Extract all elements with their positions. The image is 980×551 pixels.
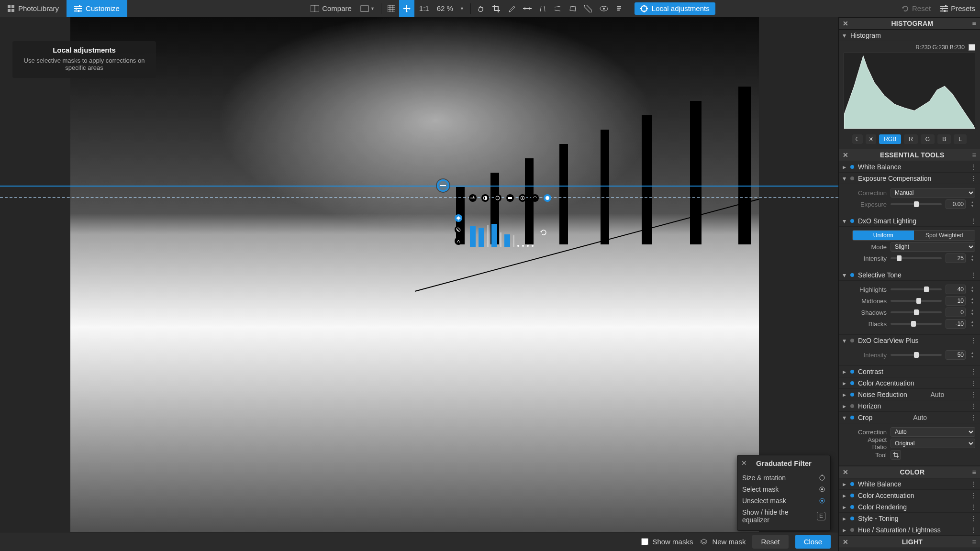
aspect-select[interactable]: Original [891,439,975,448]
close-icon[interactable]: ✕ [843,468,848,476]
menu-icon[interactable]: ≡ [972,538,976,546]
svg-rect-4 [76,8,77,10]
cv-intensity-slider[interactable] [891,354,942,356]
equalizer-bars[interactable] [470,218,548,247]
sub-crop[interactable]: ▾CropAuto⋮ [839,412,980,423]
blacks-value[interactable] [946,319,966,329]
sub-style-toning[interactable]: ▸Style - Toning⋮ [839,513,980,524]
equalizer-category-strip[interactable] [469,194,551,202]
panel-header-light: ✕ LIGHT ≡ [839,536,980,548]
mode-select[interactable]: Slight [891,242,975,252]
svg-rect-31 [945,5,947,7]
popup-row: Unselect mask [742,495,825,507]
perspective-horiz[interactable] [550,0,565,17]
eq-reset-icon[interactable] [539,228,548,237]
blacks-slider[interactable] [891,323,942,325]
highlight-clip-icon[interactable]: ☀ [866,134,876,144]
close-icon[interactable]: ✕ [843,151,848,159]
perspective-vert[interactable] [535,0,550,17]
channel-rgb[interactable]: RGB [879,134,901,144]
compare-button[interactable]: Compare [306,0,356,17]
equalizer-side-strip[interactable] [455,214,462,245]
info-toggle[interactable] [612,0,626,17]
menu-icon[interactable]: ≡ [972,151,976,159]
sub-light-exp[interactable]: ▾Exposure Compensation⋮ [839,548,980,551]
sub-color-render[interactable]: ▸Color Rendering⋮ [839,501,980,513]
midtones-slider[interactable] [891,300,942,302]
shadows-value[interactable] [946,308,966,317]
sub-color-wb[interactable]: ▸White Balance⋮ [839,478,980,490]
smartlighting-mode-seg[interactable]: UniformSpot Weighted [852,230,975,241]
eq-color-icon[interactable] [455,226,462,233]
close-icon[interactable]: ✕ [843,20,848,27]
cv-intensity-value[interactable] [946,350,966,360]
gradfilter-handle[interactable] [437,179,449,192]
midtones-value[interactable] [946,296,966,306]
menu-icon[interactable]: ≡ [972,20,976,27]
repair-tool[interactable] [580,0,596,17]
new-mask-button[interactable]: New mask [700,538,746,546]
svg-point-51 [821,488,823,490]
sub-horizon[interactable]: ▸Horizon⋮ [839,400,980,412]
exposure-value[interactable] [946,199,966,209]
preview-toggle[interactable] [596,0,612,17]
image-canvas[interactable] [70,17,759,534]
perspective-rect[interactable] [565,0,580,17]
highlights-slider[interactable] [891,288,942,290]
reset-top-button[interactable]: Reset [897,0,935,17]
channel-r[interactable]: R [904,134,918,144]
gradfilter-line-top[interactable] [0,186,838,187]
persp-rect-icon [569,5,577,12]
sub-noise[interactable]: ▸Noise ReductionAuto⋮ [839,389,980,400]
sub-selective-tone[interactable]: ▾Selective Tone⋮ [839,269,980,281]
exposure-slider[interactable] [891,203,942,205]
sub-contrast[interactable]: ▸Contrast⋮ [839,366,980,377]
sub-histogram[interactable]: ▾ Histogram [839,30,980,41]
svg-point-39 [546,196,549,200]
horizon-tool[interactable] [519,0,535,17]
shadow-clip-icon[interactable]: ☾ [852,134,863,144]
correction-select[interactable]: Manual [891,188,975,198]
popup-close[interactable]: ✕ [741,459,747,467]
sub-color-accent[interactable]: ▸Color Accentuation⋮ [839,377,980,389]
crop-correction-select[interactable]: Auto [891,427,975,437]
popup-title: Graduated Filter [742,459,825,467]
eq-light-icon[interactable] [455,214,462,222]
viewmode-dropdown[interactable]: ▼ [356,0,379,17]
tab-photolibrary[interactable]: PhotoLibrary [0,0,67,17]
local-adjustments-button[interactable]: Local adjustments [635,2,715,15]
intensity-slider[interactable] [891,257,942,259]
grid-toggle[interactable] [384,0,399,17]
hand-tool[interactable] [473,0,489,17]
intensity-value[interactable] [946,253,966,263]
move-tool[interactable] [399,0,414,17]
channel-l[interactable]: L [954,134,967,144]
svg-rect-29 [940,8,948,9]
sub-clearview[interactable]: ▾DxO ClearView Plus⋮ [839,335,980,346]
crop-tool-button[interactable] [891,450,901,460]
close-button[interactable]: Close [795,535,831,549]
crop-tool[interactable] [489,0,504,17]
sub-exposure-comp[interactable]: ▾Exposure Compensation⋮ [839,173,980,184]
wb-picker-tool[interactable] [504,0,519,17]
menu-icon[interactable]: ≡ [972,468,976,476]
channel-g[interactable]: G [921,134,935,144]
reset-button[interactable]: Reset [752,535,788,549]
rgb-readout: R:230 G:230 B:230 [915,44,965,51]
highlights-value[interactable] [946,285,966,294]
sub-smart-lighting[interactable]: ▾DxO Smart Lighting⋮ [839,215,980,227]
gradfilter-line-bottom[interactable] [0,197,838,198]
sub-hsl[interactable]: ▸Hue / Saturation / Lightness⋮ [839,524,980,536]
tab-customize[interactable]: Customize [67,0,127,17]
close-icon[interactable]: ✕ [843,538,848,546]
channel-b[interactable]: B [937,134,951,144]
shadows-slider[interactable] [891,311,942,313]
sub-white-balance[interactable]: ▸White Balance⋮ [839,161,980,173]
presets-button[interactable]: Presets [935,0,980,17]
eq-detail-icon[interactable] [455,237,462,245]
sub-color-accent2[interactable]: ▸Color Accentuation⋮ [839,490,980,501]
reset-label: Reset [912,4,931,12]
zoom-1to1[interactable]: 1:1 [414,0,434,17]
show-masks-checkbox[interactable]: Show masks [641,538,693,546]
zoom-dropdown[interactable]: ▼ [456,0,468,17]
